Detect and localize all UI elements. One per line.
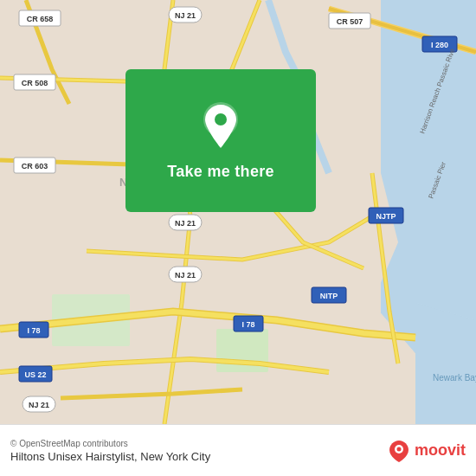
- map-container: CR 658 NJ 21 CR 507 I 280 CR 508 CR 603 …: [0, 0, 476, 424]
- svg-text:NJ 21: NJ 21: [29, 401, 49, 409]
- svg-point-40: [215, 113, 227, 125]
- moovit-brand-name: moovit: [415, 441, 466, 460]
- svg-text:NJ 21: NJ 21: [175, 219, 196, 228]
- svg-text:US 22: US 22: [24, 370, 46, 379]
- take-me-there-button[interactable]: Take me there: [167, 163, 274, 181]
- svg-text:NJ 21: NJ 21: [175, 11, 196, 20]
- svg-text:CR 507: CR 507: [337, 17, 363, 26]
- svg-text:CR 603: CR 603: [22, 162, 48, 170]
- place-name: Hiltons Unisex Hairstylist, New York Cit…: [10, 450, 210, 463]
- svg-text:NITP: NITP: [320, 292, 338, 300]
- svg-text:I 280: I 280: [431, 41, 448, 49]
- moovit-logo: moovit: [387, 439, 466, 463]
- svg-marker-2: [415, 303, 476, 424]
- svg-text:Newark Bay: Newark Bay: [433, 373, 476, 383]
- svg-text:I 78: I 78: [241, 320, 254, 329]
- place-info: © OpenStreetMap contributors Hiltons Uni…: [10, 439, 210, 463]
- map-attribution: © OpenStreetMap contributors: [10, 439, 210, 448]
- bottom-bar: © OpenStreetMap contributors Hiltons Uni…: [0, 424, 476, 476]
- svg-text:NJ 21: NJ 21: [175, 271, 196, 280]
- location-pin-icon: [199, 100, 242, 152]
- svg-text:NJTP: NJTP: [376, 212, 396, 221]
- svg-text:CR 658: CR 658: [27, 15, 54, 23]
- svg-text:I 78: I 78: [27, 326, 40, 335]
- svg-text:CR 508: CR 508: [22, 79, 48, 87]
- svg-point-42: [396, 447, 401, 451]
- overlay-panel[interactable]: Take me there: [125, 69, 316, 212]
- moovit-icon: [387, 439, 411, 463]
